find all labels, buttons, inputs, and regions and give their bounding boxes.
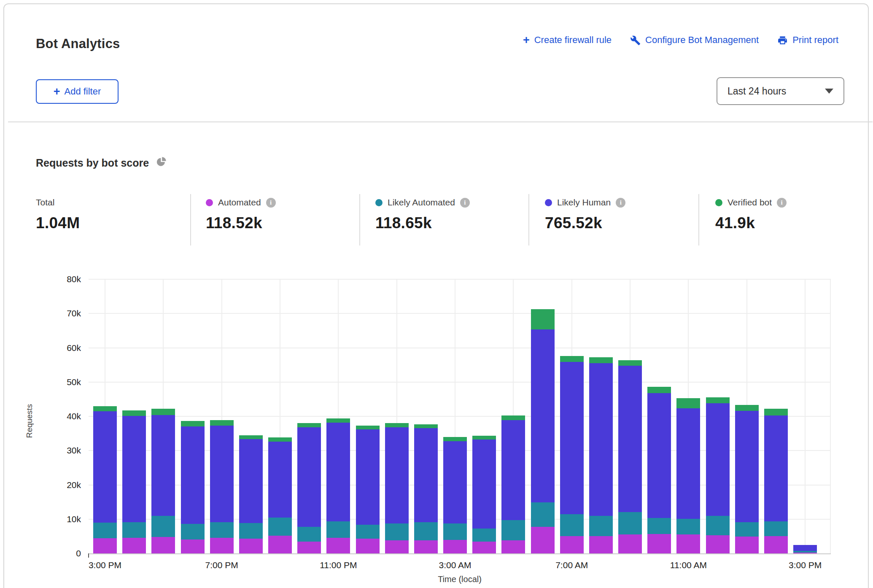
bar-1100pm[interactable] (326, 418, 350, 553)
bar-segment-verified-bot (501, 415, 525, 420)
gridline-horizontal (89, 348, 831, 348)
bar-segment-verified-bot (181, 421, 205, 427)
bar-segment-likely-automated (560, 514, 584, 537)
bar-segment-likely-human (151, 415, 175, 516)
x-axis-title: Time (local) (418, 575, 502, 584)
bar-segment-likely-automated (531, 502, 555, 527)
y-tick-label: 10k (47, 514, 81, 524)
bar-100am[interactable] (385, 423, 409, 553)
bar-1000pm[interactable] (297, 423, 321, 553)
bar-segment-verified-bot (414, 424, 438, 429)
page-title: Bot Analytics (36, 36, 120, 51)
bar-200pm[interactable] (764, 409, 788, 553)
bar-segment-verified-bot (268, 437, 292, 442)
bar-segment-automated (122, 538, 146, 553)
bar-segment-verified-bot (297, 423, 321, 427)
bar-segment-automated (706, 535, 730, 553)
create-firewall-rule-link[interactable]: + Create firewall rule (523, 35, 612, 46)
bar-300am[interactable] (443, 437, 467, 553)
bar-segment-verified-bot (764, 409, 788, 415)
bar-segment-likely-human (93, 411, 117, 523)
bar-segment-verified-bot (151, 409, 175, 415)
y-axis-title: Requests (25, 379, 34, 463)
bar-segment-verified-bot (735, 405, 759, 411)
bar-segment-automated (93, 538, 117, 553)
bar-segment-likely-human (239, 439, 263, 523)
gridline-horizontal (89, 313, 831, 314)
section-title: Requests by bot score (36, 156, 167, 170)
add-filter-button[interactable]: + Add filter (36, 79, 119, 104)
bar-300pm[interactable] (93, 406, 117, 553)
bar-segment-automated (414, 540, 438, 553)
bar-200am[interactable] (414, 424, 438, 553)
bar-segment-likely-human (385, 427, 409, 523)
bar-segment-likely-human (210, 426, 234, 522)
gridline-horizontal (89, 279, 831, 280)
configure-bot-management-link[interactable]: Configure Bot Management (630, 35, 759, 46)
bar-segment-likely-automated (122, 522, 146, 538)
bar-1200am[interactable] (356, 426, 380, 553)
bar-segment-likely-human (268, 442, 292, 518)
bar-segment-likely-automated (443, 523, 467, 540)
bar-800pm[interactable] (239, 435, 263, 553)
bar-900am[interactable] (618, 360, 642, 553)
bar-segment-likely-human (297, 427, 321, 527)
bar-segment-verified-bot (589, 357, 613, 363)
bar-segment-verified-bot (93, 406, 117, 411)
bar-800am[interactable] (589, 357, 613, 553)
bar-700pm[interactable] (210, 420, 234, 553)
bar-300pm[interactable] (793, 545, 817, 553)
bar-segment-automated (764, 536, 788, 553)
bar-segment-verified-bot (326, 418, 350, 423)
stat-label: Likely Human (557, 197, 611, 208)
x-tick-label: 11:00 AM (655, 560, 722, 570)
bar-segment-likely-automated (414, 522, 438, 540)
stat-likely-human: Likely Human i 765.52k (545, 197, 625, 232)
info-icon[interactable]: i (460, 198, 470, 208)
bar-segment-automated (385, 540, 409, 553)
bar-segment-automated (181, 539, 205, 553)
stat-label: Verified bot (728, 197, 772, 208)
bar-100pm[interactable] (735, 405, 759, 553)
bar-400am[interactable] (472, 436, 496, 554)
bar-700am[interactable] (560, 356, 584, 553)
x-tick-label: 3:00 PM (71, 560, 139, 570)
bar-segment-likely-automated (210, 522, 234, 538)
bar-600pm[interactable] (181, 421, 205, 553)
wrench-icon (630, 35, 641, 46)
bar-1100am[interactable] (676, 398, 700, 553)
bar-segment-likely-automated (589, 516, 613, 537)
info-icon[interactable]: i (266, 198, 276, 208)
bar-segment-likely-human (443, 441, 467, 524)
stat-label: Total (36, 197, 54, 208)
bar-segment-likely-automated (618, 512, 642, 535)
stat-label: Likely Automated (388, 197, 455, 208)
bar-segment-likely-human (793, 545, 817, 551)
bar-400pm[interactable] (122, 410, 146, 553)
bar-900pm[interactable] (268, 437, 292, 553)
stat-total: Total 1.04M (36, 197, 80, 232)
bar-segment-likely-human (735, 411, 759, 522)
stat-likely-automated: Likely Automated i 118.65k (375, 197, 470, 232)
bar-600am[interactable] (531, 309, 555, 553)
info-icon[interactable]: i (616, 198, 625, 208)
print-report-link[interactable]: Print report (777, 35, 838, 46)
y-tick-label: 60k (47, 343, 81, 353)
bar-1000am[interactable] (647, 387, 671, 553)
bot-analytics-panel: Bot Analytics + Create firewall rule Con… (3, 3, 869, 588)
bar-segment-verified-bot (560, 356, 584, 362)
y-tick-label: 0 (47, 548, 81, 558)
bar-500am[interactable] (501, 415, 525, 553)
bar-500pm[interactable] (151, 409, 175, 553)
printer-icon (777, 35, 788, 46)
bar-segment-automated (151, 537, 175, 553)
x-tick-label: 3:00 PM (771, 560, 839, 570)
plot-area (89, 279, 831, 554)
info-icon[interactable]: i (777, 198, 787, 208)
time-range-dropdown[interactable]: Last 24 hours (717, 77, 844, 105)
y-tick-label: 20k (47, 480, 81, 490)
bar-1200pm[interactable] (706, 397, 730, 553)
bar-segment-likely-human (706, 403, 730, 516)
y-tick-label: 50k (47, 377, 81, 387)
bar-segment-verified-bot (443, 437, 467, 441)
